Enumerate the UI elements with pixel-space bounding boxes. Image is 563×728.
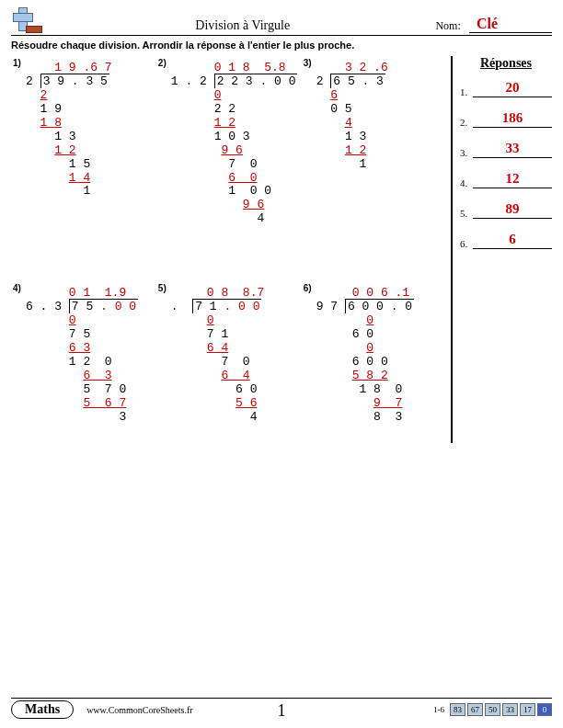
header-bar: Division à Virgule Nom: Clé (11, 7, 552, 36)
answers-panel: Réponses 1.20 2.186 3.33 4.12 5.89 6.6 (451, 56, 552, 443)
answers-heading: Réponses (460, 56, 552, 71)
score-cell: 50 (485, 703, 500, 716)
long-division: 1 9 .6 7 2 3 9 . 3 5 2 1 9 1 8 1 3 1 2 1… (26, 62, 153, 199)
score-cell: 17 (520, 703, 535, 716)
problem-5: 5) 0 8 8.7 . 7 1 . 0 0 0 7 1 6 4 7 0 6 4… (156, 281, 302, 442)
problems-area: 1) 1 9 .6 7 2 3 9 . 3 5 2 1 9 1 8 1 3 1 … (11, 56, 447, 443)
long-division: 0 0 6 .1 9 7 6 0 0 . 0 0 6 0 0 6 0 0 5 8… (316, 287, 443, 424)
problem-number: 2) (158, 58, 167, 68)
problem-3: 3) 3 2 .6 2 6 5 . 3 6 0 5 4 1 3 1 2 1 (302, 56, 447, 245)
logo-icon (11, 7, 42, 33)
question-range: 1-6 (433, 705, 444, 714)
problem-2: 2) 0 1 8 5.8 1 . 2 2 2 3 . 0 0 0 2 2 1 2… (156, 56, 302, 245)
answer-line: 3.33 (460, 141, 552, 158)
long-division: 0 1 1.9 6 . 3 7 5 . 0 0 0 7 5 6 3 1 2 0 … (26, 287, 153, 424)
answer-line: 4.12 (460, 171, 552, 188)
page-number: 1 (278, 701, 286, 721)
score-cell: 67 (467, 703, 483, 716)
footer-url: www.CommonCoreSheets.fr (86, 705, 192, 715)
score-cell: 83 (450, 703, 465, 716)
answer-line: 1.20 (460, 80, 552, 97)
problem-4: 4) 0 1 1.9 6 . 3 7 5 . 0 0 0 7 5 6 3 1 2… (11, 281, 156, 442)
problem-1: 1) 1 9 .6 7 2 3 9 . 3 5 2 1 9 1 8 1 3 1 … (11, 56, 156, 245)
answer-line: 2.186 (460, 110, 552, 128)
long-division: 0 1 8 5.8 1 . 2 2 2 3 . 0 0 0 2 2 1 2 1 … (171, 62, 298, 226)
name-label: Nom: (435, 19, 460, 32)
page-title: Division à Virgule (50, 18, 435, 33)
problem-number: 5) (158, 283, 167, 293)
long-division: 0 8 8.7 . 7 1 . 0 0 0 7 1 6 4 7 0 6 4 6 … (171, 287, 298, 424)
score-strip: 1-6 83 67 50 33 17 0 (433, 703, 552, 716)
name-value: Clé (469, 16, 552, 33)
score-cell: 33 (502, 703, 518, 716)
problem-number: 1) (13, 58, 21, 68)
score-cell: 0 (537, 703, 552, 716)
footer: Maths www.CommonCoreSheets.fr 1 1-6 83 6… (11, 698, 552, 719)
problem-number: 6) (304, 283, 312, 293)
long-division: 3 2 .6 2 6 5 . 3 6 0 5 4 1 3 1 2 1 (316, 62, 443, 172)
problem-number: 3) (304, 58, 312, 68)
problem-number: 4) (13, 283, 21, 293)
problem-6: 6) 0 0 6 .1 9 7 6 0 0 . 0 0 6 0 0 6 0 0 … (302, 281, 447, 442)
instruction: Résoudre chaque division. Arrondir la ré… (11, 40, 552, 51)
name-field: Nom: Clé (435, 16, 552, 33)
answer-line: 6.6 (460, 232, 552, 249)
answer-line: 5.89 (460, 201, 552, 219)
subject-badge: Maths (11, 700, 74, 719)
